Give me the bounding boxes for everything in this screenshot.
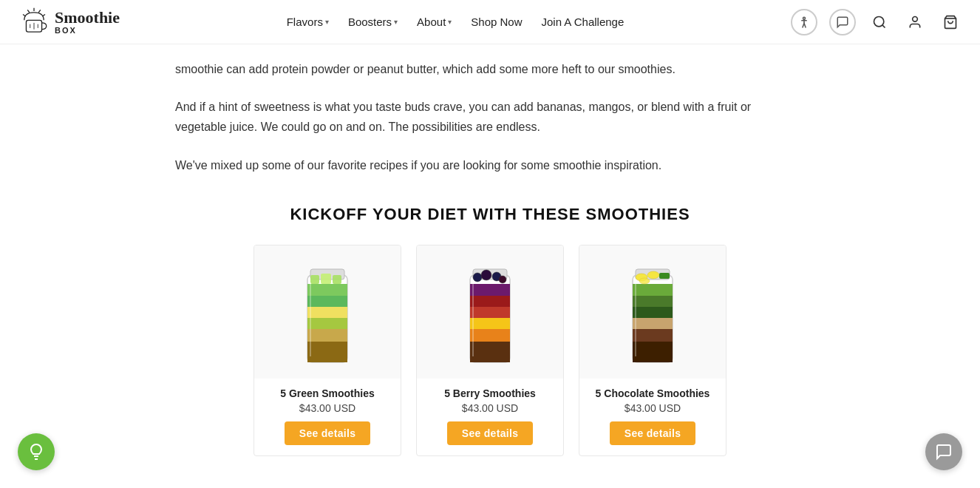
section-heading: KICKOFF YOUR DIET WITH THESE SMOOTHIES — [175, 205, 805, 224]
svg-rect-33 — [470, 284, 510, 296]
svg-point-10 — [874, 16, 883, 26]
svg-rect-28 — [470, 342, 510, 362]
berry-smoothie-jar-image — [457, 253, 523, 371]
svg-line-1 — [38, 10, 41, 13]
nav-item-shop-now[interactable]: Shop Now — [463, 11, 529, 33]
accessibility-icon — [797, 16, 811, 29]
svg-rect-18 — [307, 318, 347, 329]
see-details-button-chocolate[interactable]: See details — [610, 421, 695, 445]
user-icon — [908, 15, 922, 30]
nav-item-flavors[interactable]: Flavors ▾ — [279, 11, 336, 33]
product-name-berry: 5 Berry Smoothies — [424, 387, 556, 399]
product-image-chocolate — [579, 245, 727, 379]
svg-rect-49 — [659, 273, 670, 279]
svg-rect-31 — [470, 307, 510, 318]
svg-rect-20 — [307, 296, 347, 307]
product-name-green: 5 Green Smoothies — [262, 387, 393, 399]
chevron-down-icon: ▾ — [448, 18, 452, 26]
svg-rect-41 — [633, 342, 673, 362]
lightbulb-icon — [27, 443, 45, 461]
product-card-green: 5 Green Smoothies $43.00 USD See details — [253, 245, 401, 456]
logo[interactable]: Smoothie BOX — [18, 6, 120, 38]
svg-rect-16 — [307, 342, 347, 362]
product-info-green: 5 Green Smoothies $43.00 USD See details — [254, 379, 401, 455]
chat-bubble-button[interactable] — [829, 9, 856, 35]
product-card-chocolate: 5 Chocolate Smoothies $43.00 USD See det… — [579, 245, 727, 456]
article-paragraph-3: We've mixed up some of our favorite reci… — [175, 155, 805, 175]
cart-icon — [943, 15, 958, 30]
product-image-green — [253, 245, 401, 379]
svg-point-9 — [803, 17, 805, 19]
header-icons — [791, 9, 962, 35]
logo-sub-text: BOX — [55, 26, 120, 35]
product-price-berry: $43.00 USD — [424, 402, 556, 414]
product-price-green: $43.00 USD — [262, 402, 393, 414]
search-icon — [872, 15, 887, 30]
svg-rect-42 — [633, 329, 673, 342]
svg-line-3 — [27, 10, 30, 13]
svg-point-34 — [473, 273, 482, 282]
green-smoothie-jar-image — [294, 253, 361, 371]
svg-point-35 — [481, 270, 491, 280]
chocolate-smoothie-jar-image — [619, 253, 686, 371]
svg-rect-29 — [470, 329, 510, 342]
nav-item-join-challenge[interactable]: Join A Challenge — [534, 11, 632, 33]
svg-line-11 — [882, 24, 885, 27]
product-image-berry — [416, 245, 564, 379]
accessibility-button[interactable] — [791, 9, 817, 35]
chevron-down-icon: ▾ — [394, 18, 398, 26]
article-paragraph-1: smoothie can add protein powder or peanu… — [175, 59, 805, 79]
nav-item-boosters[interactable]: Boosters ▾ — [341, 11, 405, 33]
product-price-chocolate: $43.00 USD — [587, 402, 718, 414]
svg-rect-43 — [633, 318, 673, 329]
nav-item-about[interactable]: About ▾ — [409, 11, 459, 33]
article-paragraph-2: And if a hint of sweetness is what you t… — [175, 97, 805, 137]
svg-point-48 — [647, 271, 659, 279]
svg-rect-21 — [307, 284, 347, 296]
product-info-chocolate: 5 Chocolate Smoothies $43.00 USD See det… — [579, 379, 726, 455]
svg-rect-44 — [633, 307, 673, 318]
logo-brand-name: Smoothie — [55, 10, 120, 26]
svg-point-12 — [913, 16, 918, 21]
main-nav: Flavors ▾ Boosters ▾ About ▾ Shop Now Jo… — [279, 11, 632, 33]
product-name-chocolate: 5 Chocolate Smoothies — [587, 387, 718, 399]
product-card-berry: 5 Berry Smoothies $43.00 USD See details — [416, 245, 564, 456]
svg-rect-23 — [321, 274, 331, 284]
see-details-button-green[interactable]: See details — [285, 421, 370, 445]
svg-point-50 — [639, 278, 650, 284]
svg-rect-30 — [470, 318, 510, 329]
svg-rect-19 — [307, 307, 347, 318]
chat-float-icon — [935, 443, 953, 461]
svg-rect-45 — [633, 296, 673, 307]
svg-rect-22 — [310, 275, 319, 284]
chevron-down-icon: ▾ — [325, 18, 329, 26]
cart-button[interactable] — [939, 10, 962, 34]
svg-rect-32 — [470, 296, 510, 307]
accessibility-float-button[interactable] — [18, 433, 55, 470]
product-grid: 5 Green Smoothies $43.00 USD See details — [175, 245, 805, 456]
account-button[interactable] — [903, 10, 927, 34]
main-content: smoothie can add protein powder or peanu… — [157, 44, 823, 488]
svg-rect-17 — [307, 329, 347, 342]
svg-rect-24 — [333, 275, 341, 284]
header: Smoothie BOX Flavors ▾ Boosters ▾ About … — [0, 0, 980, 44]
logo-icon — [18, 6, 50, 38]
svg-rect-46 — [633, 284, 673, 296]
chat-icon — [836, 16, 849, 29]
see-details-button-berry[interactable]: See details — [447, 421, 533, 445]
product-info-berry: 5 Berry Smoothies $43.00 USD See details — [417, 379, 563, 455]
chat-float-button[interactable] — [925, 433, 962, 470]
svg-point-37 — [499, 276, 506, 283]
search-button[interactable] — [868, 10, 891, 34]
